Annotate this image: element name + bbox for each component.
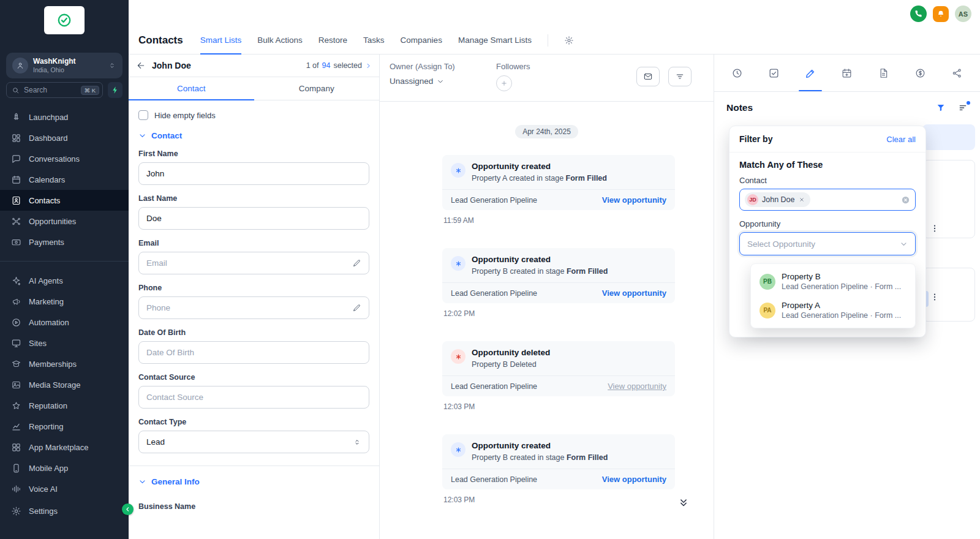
calendar-icon bbox=[11, 175, 21, 185]
topbar-nav: Contacts Smart Lists Bulk Actions Restor… bbox=[138, 26, 574, 55]
sidebar-item-ai-agents[interactable]: AI Agents bbox=[0, 270, 129, 291]
add-follower-button[interactable] bbox=[496, 75, 512, 91]
sidebar-item-conversations[interactable]: Conversations bbox=[0, 148, 129, 169]
contact-tabs: Contact Company bbox=[129, 77, 379, 100]
account-avatar bbox=[12, 58, 28, 74]
sidebar-item-sites[interactable]: Sites bbox=[0, 333, 129, 353]
tab-manage-smart-lists[interactable]: Manage Smart Lists bbox=[458, 26, 532, 55]
pipeline-label: Lead Generation Pipeline bbox=[451, 382, 537, 391]
tab-restore[interactable]: Restore bbox=[318, 26, 347, 55]
tab-notes[interactable] bbox=[805, 55, 816, 91]
first-name-field[interactable]: John bbox=[138, 162, 369, 185]
opportunity-created-icon bbox=[451, 442, 466, 457]
opportunity-select[interactable]: Select Opportunity bbox=[739, 232, 916, 255]
sidebar-item-settings[interactable]: Settings bbox=[0, 500, 129, 521]
tab-payments[interactable] bbox=[914, 55, 926, 91]
remove-chip-icon[interactable] bbox=[799, 197, 805, 203]
view-opportunity-link[interactable]: View opportunity bbox=[602, 475, 666, 484]
select-placeholder: Select Opportunity bbox=[747, 239, 815, 249]
date-of-birth-field[interactable]: Date Of Birth bbox=[138, 341, 369, 364]
tab-associations[interactable] bbox=[951, 55, 963, 91]
sidebar-item-media-storage[interactable]: Media Storage bbox=[0, 374, 129, 395]
tab-companies[interactable]: Companies bbox=[401, 26, 442, 55]
date-chip: Apr 24th, 2025 bbox=[515, 125, 578, 138]
contact-section-toggle[interactable]: Contact bbox=[138, 131, 369, 140]
last-name-field[interactable]: Doe bbox=[138, 207, 369, 230]
sidebar-item-reporting[interactable]: Reporting bbox=[0, 416, 129, 437]
view-opportunity-link[interactable]: View opportunity bbox=[602, 288, 666, 298]
sidebar-item-mobile-app[interactable]: Mobile App bbox=[0, 458, 129, 478]
contact-header: John Doe 1 of 94 selected bbox=[129, 55, 379, 77]
general-info-section-toggle[interactable]: General Info bbox=[138, 477, 369, 486]
activity-item: Opportunity created Property A created i… bbox=[442, 155, 714, 225]
sidebar-item-app-marketplace[interactable]: App Marketplace bbox=[0, 437, 129, 458]
sidebar-item-reputation[interactable]: Reputation bbox=[0, 395, 129, 416]
sidebar-item-marketing[interactable]: Marketing bbox=[0, 291, 129, 312]
notes-filter-icon[interactable] bbox=[936, 103, 946, 113]
phone-field[interactable]: Phone bbox=[138, 296, 369, 319]
activity-desc-bold: Form Filled bbox=[566, 174, 607, 183]
tab-tasks[interactable]: Tasks bbox=[363, 26, 385, 55]
filter-activities-button[interactable] bbox=[668, 67, 692, 86]
view-opportunity-link[interactable]: View opportunity bbox=[602, 195, 666, 205]
contact-filter-input[interactable]: JD John Doe bbox=[739, 189, 916, 211]
note-menu-button[interactable] bbox=[930, 224, 940, 233]
quick-actions-button[interactable] bbox=[108, 82, 123, 98]
sidebar-item-opportunities[interactable]: Opportunities bbox=[0, 211, 129, 232]
tab-contact[interactable]: Contact bbox=[129, 77, 254, 100]
sidebar-item-payments[interactable]: Payments bbox=[0, 232, 129, 252]
sidebar-item-automation[interactable]: Automation bbox=[0, 312, 129, 333]
next-contact-icon[interactable] bbox=[365, 62, 372, 69]
tab-documents[interactable] bbox=[878, 55, 889, 91]
option-property-a[interactable]: PA Property A Lead Generation Pipeline ·… bbox=[751, 296, 915, 325]
activity-time: 11:59 AM bbox=[443, 216, 714, 225]
sidebar-item-contacts[interactable]: Contacts bbox=[0, 190, 129, 211]
note-menu-button[interactable] bbox=[930, 292, 940, 302]
activity-title: Opportunity created bbox=[472, 162, 607, 171]
tab-company[interactable]: Company bbox=[254, 77, 380, 100]
chevron-left-icon bbox=[124, 506, 131, 513]
megaphone-icon bbox=[11, 296, 21, 307]
account-switcher[interactable]: WashKnight India, Ohio bbox=[6, 53, 123, 78]
phone-button[interactable] bbox=[910, 6, 927, 22]
field-value: Doe bbox=[146, 214, 162, 223]
topbar-actions: AS bbox=[910, 6, 971, 22]
sidebar-collapse-button[interactable] bbox=[122, 503, 134, 515]
hide-empty-checkbox[interactable] bbox=[138, 110, 148, 120]
contact-type-select[interactable]: Lead bbox=[138, 431, 369, 453]
phone-icon bbox=[914, 10, 922, 18]
scroll-to-latest-button[interactable] bbox=[678, 497, 689, 508]
back-arrow-icon[interactable] bbox=[136, 61, 146, 70]
page-title: Contacts bbox=[138, 26, 183, 55]
sidebar-item-memberships[interactable]: Memberships bbox=[0, 353, 129, 374]
sidebar-item-label: Opportunities bbox=[29, 217, 76, 226]
email-field[interactable]: Email bbox=[138, 252, 369, 274]
pencil-icon[interactable] bbox=[352, 258, 361, 268]
clear-all-button[interactable]: Clear all bbox=[886, 135, 916, 144]
search-input[interactable]: Search ⌘ K bbox=[6, 82, 103, 98]
user-avatar[interactable]: AS bbox=[955, 6, 971, 22]
tab-bulk-actions[interactable]: Bulk Actions bbox=[257, 26, 303, 55]
sidebar-item-voice-ai[interactable]: Voice AI bbox=[0, 478, 129, 492]
account-location: India, Ohio bbox=[33, 66, 76, 74]
notes-sort-icon[interactable] bbox=[958, 103, 968, 113]
sidebar-item-calendars[interactable]: Calendars bbox=[0, 169, 129, 190]
sidebar-item-dashboard[interactable]: Dashboard bbox=[0, 127, 129, 148]
contact-source-field[interactable]: Contact Source bbox=[138, 386, 369, 409]
tab-appointments[interactable] bbox=[841, 55, 853, 91]
sidebar-item-launchpad[interactable]: Launchpad bbox=[0, 107, 129, 127]
tab-tasks[interactable] bbox=[768, 55, 780, 91]
notifications-button[interactable] bbox=[933, 6, 949, 22]
tab-smart-lists[interactable]: Smart Lists bbox=[200, 26, 242, 55]
tab-activity[interactable] bbox=[731, 55, 743, 91]
activity-time: 12:03 PM bbox=[443, 496, 714, 504]
clear-field-icon[interactable] bbox=[901, 195, 910, 205]
pencil-icon[interactable] bbox=[352, 303, 361, 312]
email-button[interactable] bbox=[636, 67, 660, 86]
lists-settings-button[interactable] bbox=[564, 26, 574, 55]
image-icon bbox=[11, 380, 21, 390]
view-opportunity-link-disabled[interactable]: View opportunity bbox=[608, 382, 666, 391]
option-property-b[interactable]: PB Property B Lead Generation Pipeline ·… bbox=[751, 267, 915, 296]
activity-desc: Property B created in stage bbox=[472, 453, 564, 462]
section-title: General Info bbox=[151, 477, 200, 486]
